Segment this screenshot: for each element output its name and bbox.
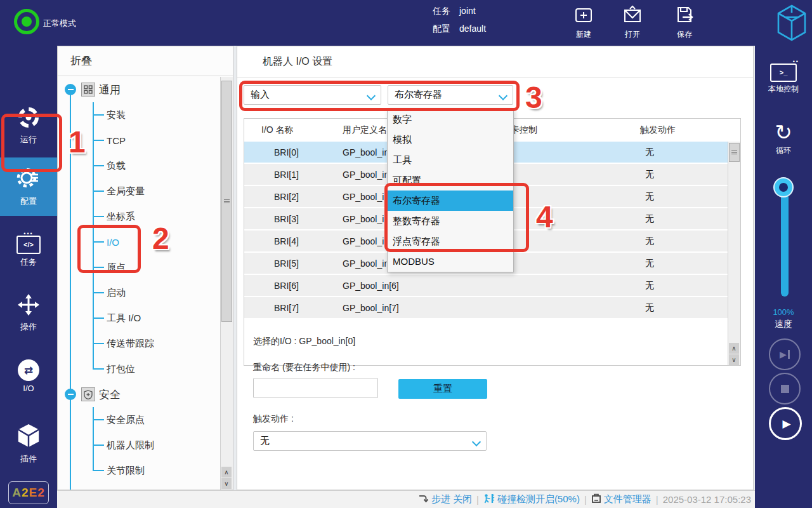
trigger-action-select[interactable]: 无	[253, 431, 487, 451]
tree-item-safety-home[interactable]: 安全原点	[93, 407, 221, 432]
config-tree: 通用 安装 TCP 负载 全局变量 坐标系 I/O 原点 启动 工具 I/O 传…	[58, 77, 221, 490]
menu-option-analog[interactable]: 模拟	[388, 130, 513, 150]
version-badge[interactable]: A2E2	[8, 481, 49, 504]
tree-item-install[interactable]: 安装	[93, 102, 221, 128]
io-arrows-icon: ⇄	[18, 359, 39, 381]
menu-option-int-register[interactable]: 整数寄存器	[388, 211, 513, 231]
reset-button[interactable]: 重置	[398, 379, 487, 399]
chevron-down-icon	[367, 91, 376, 100]
scroll-up-arrow[interactable]: ∧	[729, 343, 739, 354]
tree-item-tcp[interactable]: TCP	[93, 128, 221, 153]
menu-option-digital[interactable]: 数字	[388, 109, 513, 130]
col-io-name: I/O 名称	[244, 124, 343, 136]
collapse-button[interactable]: 折叠	[58, 46, 233, 76]
new-file-icon	[573, 17, 594, 27]
timestamp: 2025-03-12 17:05:23	[663, 494, 751, 505]
cube-icon	[16, 439, 41, 450]
sidebar-item-config[interactable]: 配置	[0, 157, 57, 216]
tree-item-robot-limits[interactable]: 机器人限制	[93, 432, 221, 458]
collision-icon	[483, 493, 495, 506]
sidebar-item-task[interactable]: •••</> 任务	[0, 232, 57, 268]
right-sidebar: ••>_ 本地控制 ↻ 循环 100% 速度 ▶ ▶	[755, 46, 812, 508]
trigger-action-label: 触发动作 :	[253, 413, 294, 425]
collision-detection-status[interactable]: 碰撞检测开启(50%)	[483, 493, 580, 506]
sidebar-item-io[interactable]: ⇄ I/O	[0, 359, 57, 393]
selected-io-label: 选择的I/O : GP_bool_in[0]	[253, 336, 355, 347]
menu-option-float-register[interactable]: 浮点寄存器	[388, 231, 513, 251]
scroll-down-arrow[interactable]: ∨	[221, 478, 232, 489]
step-forward-button[interactable]: ▶	[769, 338, 801, 370]
new-button[interactable]: 新建	[566, 5, 601, 40]
play-icon: ▶	[780, 417, 790, 431]
stop-icon	[781, 385, 789, 393]
speed-slider-handle[interactable]	[775, 178, 792, 196]
brand-cube-logo	[776, 4, 807, 44]
mode-status-icon	[14, 9, 39, 34]
tree-scrollbar-thumb[interactable]	[221, 81, 232, 322]
rename-label: 重命名 (要在任务中使用) :	[253, 362, 355, 373]
tree-item-frames[interactable]: 坐标系	[93, 204, 221, 229]
collapse-node-icon[interactable]	[65, 389, 76, 400]
open-file-icon	[622, 17, 643, 27]
terminal-icon: ••>_	[755, 60, 812, 77]
loop-button[interactable]: ↻ 循环	[755, 122, 812, 156]
tree-item-joint-limits[interactable]: 关节限制	[93, 458, 221, 483]
save-icon	[674, 17, 695, 27]
file-manager-button[interactable]: 文件管理器	[591, 493, 652, 505]
task-config-info: 任务joint 配置default	[433, 6, 486, 35]
mode-label: 正常模式	[43, 18, 76, 29]
rename-input[interactable]	[253, 378, 378, 398]
stop-button[interactable]	[769, 373, 801, 404]
tree-item-tool-io[interactable]: 工具 I/O	[93, 305, 221, 331]
tree-item-startup[interactable]: 启动	[93, 280, 221, 305]
table-scrollbar-thumb[interactable]	[729, 143, 740, 162]
table-row[interactable]: BRI[6]GP_bool_in[6]无	[244, 275, 728, 297]
tree-scrollbar[interactable]: ∧ ∨	[220, 77, 233, 490]
status-bar: 步进 关闭 | 碰撞检测开启(50%) | 文件管理器 | 2025-03-12…	[57, 490, 755, 508]
step-forward-icon: ▶	[780, 349, 787, 359]
play-button[interactable]: ▶	[769, 407, 802, 440]
tree-item-io-selected[interactable]: I/O	[93, 229, 221, 255]
io-type-select[interactable]: 布尔寄存器	[388, 85, 513, 105]
local-control-button[interactable]: ••>_ 本地控制	[755, 60, 812, 95]
tree-item-pallet[interactable]: 打包位	[93, 356, 221, 382]
menu-option-modbus[interactable]: MODBUS	[388, 251, 513, 272]
sidebar-item-plugin[interactable]: 插件	[0, 423, 57, 465]
table-scrollbar[interactable]: ∧ ∨	[728, 142, 740, 365]
tree-item-home[interactable]: 原点	[93, 255, 221, 280]
scroll-up-arrow[interactable]: ∧	[221, 467, 232, 478]
speed-slider-track[interactable]	[781, 187, 789, 297]
chevron-down-icon	[472, 438, 481, 446]
code-window-icon: •••</>	[0, 232, 57, 249]
tree-item-global-vars[interactable]: 全局变量	[93, 178, 221, 204]
tree-item-conveyor[interactable]: 传送带跟踪	[93, 331, 221, 356]
chevron-down-icon	[499, 91, 508, 100]
col-trigger: 触发动作	[640, 124, 740, 136]
scroll-down-arrow[interactable]: ∨	[729, 354, 739, 365]
menu-option-configurable[interactable]: 可配置	[388, 170, 513, 190]
table-row[interactable]: BRI[7]GP_bool_in[7]无	[244, 297, 728, 319]
config-tree-panel: 折叠 通用 安装 TCP 负载 全局变量 坐标系 I/O 原点 启动	[57, 46, 233, 490]
task-label: 任务	[433, 6, 450, 17]
left-sidebar: 运行 配置 •••</> 任务 操作 ⇄ I/O 插件 A2E2	[0, 46, 57, 508]
speed-label: 速度	[755, 319, 812, 330]
tree-node-general[interactable]: 通用	[58, 77, 221, 102]
step-arrow-icon	[418, 493, 429, 506]
menu-option-tool[interactable]: 工具	[388, 150, 513, 170]
tree-node-safety[interactable]: 安全	[58, 382, 221, 407]
col-tab-control: 选项卡控制	[493, 124, 640, 136]
collapse-node-icon[interactable]	[65, 84, 76, 95]
io-type-dropdown-menu: 数字 模拟 工具 可配置 布尔寄存器 整数寄存器 浮点寄存器 MODBUS	[387, 109, 514, 272]
step-mode-status[interactable]: 步进 关闭	[418, 493, 472, 506]
task-value: joint	[459, 6, 476, 17]
sidebar-item-run[interactable]: 运行	[0, 106, 57, 145]
app-window: 正常模式 任务joint 配置default 新建 打开 保存 运行 配置	[0, 0, 812, 508]
save-button[interactable]: 保存	[667, 5, 702, 40]
menu-option-bool-register-selected[interactable]: 布尔寄存器	[388, 190, 513, 211]
open-button[interactable]: 打开	[615, 5, 650, 40]
tree-item-payload[interactable]: 负载	[93, 153, 221, 178]
page-title: 机器人 I/O 设置	[263, 55, 332, 69]
sidebar-item-operate[interactable]: 操作	[0, 293, 57, 333]
io-direction-select[interactable]: 输入	[244, 85, 381, 105]
run-icon	[17, 120, 40, 131]
